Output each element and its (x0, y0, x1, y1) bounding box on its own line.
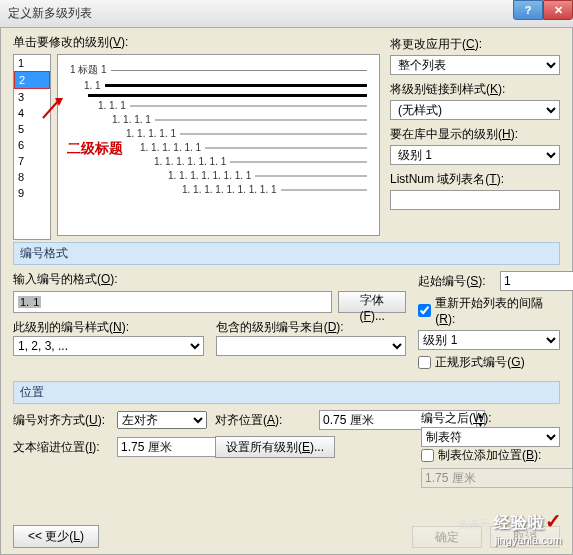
preview-line: 1 标题 1 (70, 63, 367, 77)
preview-line: 1. 1. 1. 1. 1. 1. 1. 1. 1 (70, 184, 367, 195)
indent-label: 文本缩进位置(I): (13, 439, 109, 456)
tabstop-label: 制表位添加位置(B): (438, 447, 541, 464)
restart-checkbox[interactable] (418, 304, 431, 317)
level-item-8[interactable]: 8 (14, 169, 50, 185)
enter-format-label: 输入编号的格式(O): (13, 272, 118, 286)
apply-to-select[interactable]: 整个列表 (390, 55, 560, 75)
preview-line: 1. 1. 1. 1. 1 (70, 128, 367, 139)
restart-label: 重新开始列表的间隔(R): (435, 295, 560, 326)
link-style-label: 将级别链接到样式(K): (390, 81, 560, 98)
level-item-6[interactable]: 6 (14, 137, 50, 153)
number-format-input[interactable]: 1.1 (13, 291, 332, 313)
legal-checkbox[interactable] (418, 356, 431, 369)
level-list[interactable]: 123456789 (13, 54, 51, 240)
ok-button[interactable]: 确定 (412, 526, 482, 548)
right-column: 将更改应用于(C): 整个列表 将级别链接到样式(K): (无样式) 要在库中显… (390, 36, 560, 236)
set-all-button[interactable]: 设置所有级别(E)... (215, 436, 335, 458)
num-style-select[interactable]: 1, 2, 3, ... (13, 336, 204, 356)
level-item-7[interactable]: 7 (14, 153, 50, 169)
align-at-label: 对齐位置(A): (215, 412, 311, 429)
tabstop-checkbox[interactable] (421, 449, 434, 462)
titlebar: 定义新多级列表 ? ✕ (0, 0, 573, 28)
level-item-2[interactable]: 2 (14, 71, 50, 89)
preview-line: 1. 1. 1. 1 (70, 114, 367, 125)
preview-line: 1. 1. 1 (70, 100, 367, 111)
follow-select[interactable]: 制表符 (421, 427, 560, 447)
apply-to-label: 将更改应用于(C): (390, 36, 560, 53)
less-button[interactable]: << 更少(L) (13, 525, 99, 548)
legal-label: 正规形式编号(G) (435, 354, 524, 371)
window-body: 单击要修改的级别(V): 123456789 1 标题 11. 11. 1. 1… (0, 28, 573, 555)
tabstop-input (421, 468, 573, 488)
font-button[interactable]: 字体(F)... (338, 291, 406, 313)
start-at-input[interactable] (500, 271, 573, 291)
num-style-label: 此级别的编号样式(N): (13, 320, 129, 334)
preview-line: 1. 1. 1. 1. 1. 1 (70, 142, 367, 153)
level-item-9[interactable]: 9 (14, 185, 50, 201)
cancel-button[interactable]: 取消 (490, 526, 560, 548)
preview-line (70, 94, 367, 97)
window-title: 定义新多级列表 (8, 5, 92, 22)
gallery-level-select[interactable]: 级别 1 (390, 145, 560, 165)
preview-line: 1. 1 (70, 80, 367, 91)
align-select[interactable]: 左对齐 (117, 411, 207, 429)
preview-line: 1. 1. 1. 1. 1. 1. 1. 1 (70, 170, 367, 181)
restart-select[interactable]: 级别 1 (418, 330, 560, 350)
level-item-5[interactable]: 5 (14, 121, 50, 137)
start-at-label: 起始编号(S): (418, 273, 494, 290)
listnum-label: ListNum 域列表名(T): (390, 171, 560, 188)
gallery-level-label: 要在库中显示的级别(H): (390, 126, 560, 143)
level-label: 单击要修改的级别(V): (13, 34, 128, 51)
level-item-3[interactable]: 3 (14, 89, 50, 105)
listnum-input[interactable] (390, 190, 560, 210)
include-from-label: 包含的级别编号来自(D): (216, 320, 344, 334)
position-group-title: 位置 (13, 381, 560, 404)
close-button[interactable]: ✕ (543, 0, 573, 20)
window-controls: ? ✕ (513, 0, 573, 20)
level-item-4[interactable]: 4 (14, 105, 50, 121)
preview-line: 1. 1. 1. 1. 1. 1. 1 (70, 156, 367, 167)
format-group-title: 编号格式 (13, 242, 560, 265)
help-button[interactable]: ? (513, 0, 543, 20)
include-from-select[interactable] (216, 336, 407, 356)
preview-pane: 1 标题 11. 11. 1. 11. 1. 1. 11. 1. 1. 1. 1… (57, 54, 380, 236)
align-label: 编号对齐方式(U): (13, 412, 109, 429)
follow-label: 编号之后(W): (421, 411, 492, 425)
level-item-1[interactable]: 1 (14, 55, 50, 71)
link-style-select[interactable]: (无样式) (390, 100, 560, 120)
